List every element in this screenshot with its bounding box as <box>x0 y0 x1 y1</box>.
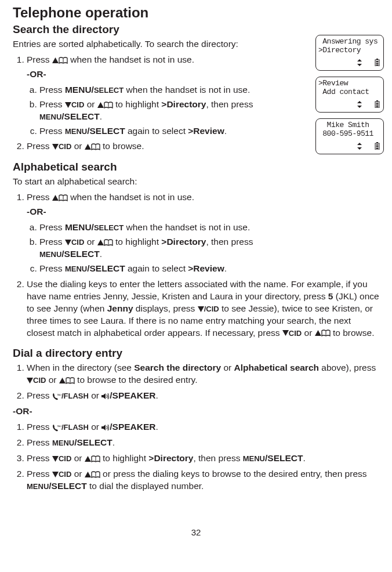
down-arrow-icon <box>65 102 71 108</box>
a1-post: when the handset is not in use. <box>68 192 194 202</box>
d5-a: Press <box>27 453 52 463</box>
svg-marker-44 <box>101 425 106 430</box>
sd-c-select: /SELECT <box>87 126 125 136</box>
d4-select: /SELECT <box>74 437 112 447</box>
d6-select: /SELECT <box>49 481 86 491</box>
d5-c: to highlight <box>100 453 149 463</box>
sd-c-period: . <box>224 126 227 136</box>
d6-menu: MENU <box>27 482 49 491</box>
svg-marker-45 <box>52 456 59 462</box>
d5-dir: >Directory <box>148 453 193 463</box>
svg-rect-12 <box>376 104 379 106</box>
svg-marker-48 <box>52 472 59 477</box>
dial-step5: Press CID or to highlight >Directory, th… <box>27 452 379 465</box>
sd-c: Press MENU/SELECT again to select >Revie… <box>39 125 270 137</box>
svg-marker-34 <box>198 306 204 312</box>
up-arrow-icon <box>52 57 59 63</box>
svg-rect-6 <box>376 64 379 66</box>
speaker-icon <box>101 424 110 431</box>
svg-rect-4 <box>376 61 379 62</box>
phonebook-icon <box>66 377 75 384</box>
lcd3-icons <box>316 142 383 152</box>
dial-step3: Press TALK/FLASH or /SPEAKER. <box>27 421 379 433</box>
sd-b-menu: MENU <box>39 113 61 121</box>
sd-b-select: /SELECT <box>61 111 99 121</box>
d2-a: Press <box>27 390 52 400</box>
up-arrow-icon <box>59 378 66 383</box>
lcd1-icons <box>316 59 383 68</box>
up-arrow-icon <box>52 195 59 201</box>
up-arrow-icon <box>97 240 104 245</box>
a2-or: or <box>302 328 314 338</box>
svg-rect-20 <box>376 148 379 149</box>
ab-period: . <box>100 249 102 259</box>
sd-b-hl: to highlight <box>113 99 162 109</box>
sd-a-post: when the handset is not in use. <box>124 85 250 95</box>
svg-marker-46 <box>85 456 91 462</box>
svg-marker-42 <box>101 393 106 399</box>
down-arrow-icon <box>27 378 33 383</box>
svg-marker-0 <box>357 59 362 61</box>
phonebook-icon <box>104 102 113 108</box>
down-arrow-icon <box>52 456 59 462</box>
sd-b-cid: CID <box>71 100 84 109</box>
lcd2-icons <box>316 100 383 110</box>
svg-marker-26 <box>52 144 59 150</box>
d6-d: to dial the displayed number. <box>87 481 204 491</box>
sd-b-pre: Press <box>39 99 65 109</box>
d6-a: Press <box>27 469 52 479</box>
phonebook-icon <box>59 57 68 64</box>
sd-step1: Press when the handset is not in use. -O… <box>27 54 270 137</box>
d2-b: or <box>89 390 101 400</box>
ac-pre: Press <box>39 263 65 273</box>
sd-c-menu: MENU <box>65 127 87 136</box>
d5-select: /SELECT <box>265 453 303 463</box>
ab-pre: Press <box>39 237 65 247</box>
lcd2-line2: Add contact <box>318 88 381 97</box>
sd-b-period: . <box>100 111 102 121</box>
d1-a: When in the directory (see <box>27 363 134 372</box>
page-title: Telephone operation <box>13 5 379 21</box>
d1-c: or <box>221 363 234 372</box>
phonebook-icon <box>59 194 68 201</box>
svg-rect-5 <box>376 63 379 64</box>
svg-marker-35 <box>282 330 289 336</box>
sd-a-menu: MENU/ <box>65 85 94 95</box>
svg-marker-27 <box>85 144 91 150</box>
up-arrow-icon <box>85 456 91 462</box>
updown-icon <box>357 143 362 152</box>
d1-g: to browse to the desired entry. <box>75 375 198 385</box>
aa-post: when the handset is not in use. <box>124 222 250 232</box>
ac-menu: MENU <box>65 265 87 273</box>
sd2-post: to browse. <box>100 141 144 151</box>
updown-icon <box>357 101 362 110</box>
sd-or: -OR- <box>27 68 270 81</box>
alpha-or: -OR- <box>27 206 276 218</box>
up-arrow-icon <box>97 102 104 108</box>
d2-spk: /SPEAKER <box>110 390 155 400</box>
sd-b-mid: or <box>84 99 97 109</box>
d2-c: . <box>156 390 158 400</box>
d1-b: Search the directory <box>134 363 221 372</box>
lcd1-line1: Answering sys <box>318 38 381 46</box>
a2-e: to browse. <box>331 328 375 338</box>
ac-select: /SELECT <box>87 263 125 273</box>
sd-step2: Press CID or to browse. <box>27 140 270 153</box>
down-arrow-icon <box>198 306 204 312</box>
svg-marker-39 <box>59 378 66 383</box>
d5-b: or <box>71 453 84 463</box>
svg-rect-18 <box>376 144 379 146</box>
svg-marker-32 <box>97 240 104 245</box>
a2-cid2: CID <box>289 329 302 338</box>
svg-marker-8 <box>357 106 362 108</box>
d1-f: or <box>46 375 59 385</box>
lcd-screen-1: Answering sys >Directory <box>315 35 384 71</box>
battery-icon <box>375 101 380 110</box>
phonebook-icon <box>321 330 331 336</box>
d2-talk: /FLASH <box>61 392 89 400</box>
d3-c: . <box>156 422 158 432</box>
svg-text:TALK: TALK <box>57 425 61 428</box>
svg-marker-15 <box>357 147 362 150</box>
ab-mid: or <box>84 237 97 247</box>
svg-marker-7 <box>357 101 362 103</box>
